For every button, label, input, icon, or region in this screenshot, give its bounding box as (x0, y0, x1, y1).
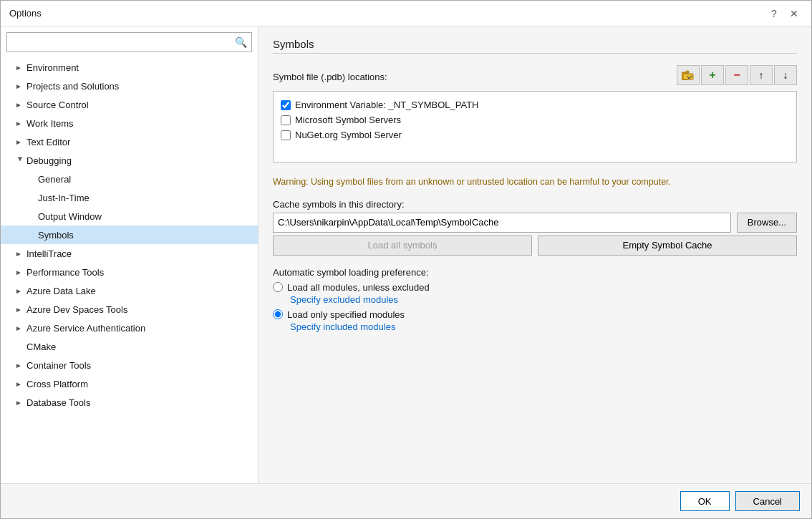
radio-load-specified-wrapper[interactable]: Load only specified modules (273, 309, 797, 320)
chevron-icon: ► (15, 250, 25, 258)
section-title: Symbols (273, 38, 797, 54)
tree-item-output-window[interactable]: ► Output Window (1, 207, 258, 225)
checkbox-env-var[interactable] (281, 100, 291, 110)
chevron-icon: ► (15, 287, 25, 295)
chevron-open-icon: ► (16, 155, 24, 165)
checkbox-ms-servers[interactable] (281, 115, 291, 125)
checkbox-ms-servers-wrapper[interactable]: Microsoft Symbol Servers (281, 115, 401, 125)
chevron-icon: ► (15, 82, 25, 90)
tree-item-label: Output Window (38, 211, 102, 222)
radio-load-all[interactable] (273, 282, 283, 292)
location-row-nuget: NuGet.org Symbol Server (279, 127, 791, 142)
tree-item-symbols[interactable]: ► Symbols (1, 225, 258, 244)
nuget-label: NuGet.org Symbol Server (295, 130, 402, 140)
chevron-icon: ► (15, 101, 25, 109)
cache-section: Cache symbols in this directory: Browse.… (273, 199, 797, 256)
svg-rect-1 (686, 71, 689, 73)
tree-item-label: Just-In-Time (38, 193, 90, 203)
env-var-label: Environment Variable: _NT_SYMBOL_PATH (295, 100, 479, 110)
tree-container: ► Environment ► Projects and Solutions ►… (1, 58, 258, 483)
checkbox-env-var-wrapper[interactable]: Environment Variable: _NT_SYMBOL_PATH (281, 100, 479, 110)
tree-item-just-in-time[interactable]: ► Just-In-Time (1, 188, 258, 207)
symbol-locations-section: Symbol file (.pdb) locations: + (273, 65, 797, 163)
radio-group: Load all modules, unless excluded Specif… (273, 282, 797, 332)
checkbox-nuget[interactable] (281, 130, 291, 140)
tree-item-work-items[interactable]: ► Work Items (1, 114, 258, 132)
chevron-icon: ► (15, 120, 25, 127)
radio-row-load-all: Load all modules, unless excluded Specif… (273, 282, 797, 305)
tree-item-general[interactable]: ► General (1, 170, 258, 188)
search-input[interactable] (11, 37, 235, 48)
auto-load-label: Automatic symbol loading preference: (273, 267, 797, 278)
tree-item-intellitrace[interactable]: ► IntelliTrace (1, 244, 258, 263)
search-box[interactable]: 🔍 (6, 32, 252, 52)
tree-item-environment[interactable]: ► Environment (1, 58, 258, 77)
tree-item-label: Source Control (26, 100, 89, 110)
folder-toolbar-button[interactable] (677, 65, 700, 85)
tree-item-label: Symbols (38, 230, 74, 241)
specify-excluded-link[interactable]: Specify excluded modules (290, 294, 797, 305)
chevron-icon: ► (15, 306, 25, 314)
tree-item-label: Debugging (26, 155, 72, 166)
tree-item-source-control[interactable]: ► Source Control (1, 95, 258, 114)
symbol-locations-box: Environment Variable: _NT_SYMBOL_PATH Mi… (273, 91, 797, 163)
ok-button[interactable]: OK (680, 491, 730, 511)
right-panel: Symbols Symbol file (.pdb) locations: (258, 26, 811, 483)
remove-location-button[interactable]: − (725, 65, 748, 85)
tree-item-label: Azure Dev Spaces Tools (26, 304, 127, 315)
title-bar-buttons: ? ✕ (765, 5, 803, 22)
tree-item-azure-dev-spaces[interactable]: ► Azure Dev Spaces Tools (1, 300, 258, 319)
action-row: Load all symbols Empty Symbol Cache (273, 236, 797, 256)
options-dialog: Options ? ✕ 🔍 ► Environment ► Projec (0, 0, 812, 519)
ms-servers-label: Microsoft Symbol Servers (295, 115, 401, 125)
locations-label: Symbol file (.pdb) locations: (273, 72, 387, 82)
checkbox-nuget-wrapper[interactable]: NuGet.org Symbol Server (281, 130, 402, 140)
move-up-button[interactable]: ↑ (750, 65, 773, 85)
chevron-icon: ► (15, 380, 25, 388)
cache-path-input[interactable] (273, 213, 731, 233)
add-location-button[interactable]: + (701, 65, 724, 85)
radio-load-all-wrapper[interactable]: Load all modules, unless excluded (273, 282, 797, 293)
tree-item-label: Environment (26, 62, 79, 73)
tree-item-container-tools[interactable]: ► Container Tools (1, 356, 258, 374)
tree-item-cmake[interactable]: ► CMake (1, 337, 258, 356)
tree-item-text-editor[interactable]: ► Text Editor (1, 132, 258, 151)
chevron-icon: ► (15, 138, 25, 146)
tree-item-label: Performance Tools (26, 267, 104, 278)
tree-item-database-tools[interactable]: ► Database Tools (1, 393, 258, 412)
chevron-icon: ► (15, 399, 25, 407)
radio-load-specified[interactable] (273, 309, 283, 319)
empty-symbol-cache-button[interactable]: Empty Symbol Cache (538, 236, 797, 256)
location-row-ms-servers: Microsoft Symbol Servers (279, 112, 791, 127)
tree-item-label: IntelliTrace (26, 248, 72, 259)
tree-item-label: Work Items (26, 118, 74, 129)
warning-text: Warning: Using symbol files from an unkn… (273, 171, 797, 190)
tree-item-projects-solutions[interactable]: ► Projects and Solutions (1, 77, 258, 95)
specify-included-link[interactable]: Specify included modules (290, 321, 797, 332)
cancel-button[interactable]: Cancel (735, 491, 800, 511)
auto-load-section: Automatic symbol loading preference: Loa… (273, 264, 797, 332)
tree-item-label: Container Tools (26, 360, 91, 371)
browse-button[interactable]: Browse... (737, 213, 797, 233)
help-button[interactable]: ? (765, 5, 783, 22)
move-down-button[interactable]: ↓ (774, 65, 797, 85)
folder-icon (682, 70, 695, 80)
close-button[interactable]: ✕ (786, 5, 803, 22)
title-bar: Options ? ✕ (1, 1, 811, 26)
tree-item-cross-platform[interactable]: ► Cross Platform (1, 374, 258, 393)
dialog-body: 🔍 ► Environment ► Projects and Solutions… (1, 26, 811, 483)
dialog-title: Options (9, 8, 42, 19)
tree-item-performance-tools[interactable]: ► Performance Tools (1, 263, 258, 281)
tree-item-debugging[interactable]: ► Debugging (1, 151, 258, 170)
radio-load-all-label: Load all modules, unless excluded (287, 282, 430, 293)
chevron-icon: ► (15, 362, 25, 369)
radio-load-specified-label: Load only specified modules (287, 309, 405, 320)
tree-item-label: CMake (26, 341, 56, 352)
cache-row: Browse... (273, 213, 797, 233)
load-all-symbols-button[interactable]: Load all symbols (273, 236, 532, 256)
chevron-icon: ► (15, 64, 25, 72)
tree-item-azure-data-lake[interactable]: ► Azure Data Lake (1, 281, 258, 300)
tree-item-azure-service-auth[interactable]: ► Azure Service Authentication (1, 319, 258, 337)
chevron-icon: ► (15, 324, 25, 332)
cache-label: Cache symbols in this directory: (273, 199, 797, 210)
